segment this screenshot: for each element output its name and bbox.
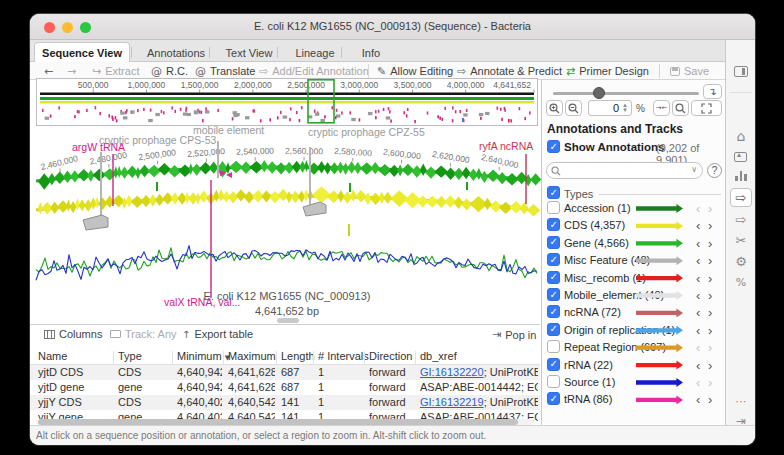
type-checkbox[interactable] bbox=[547, 358, 560, 371]
prev-annotation-arrow[interactable]: ‹ bbox=[696, 391, 700, 408]
type-checkbox[interactable] bbox=[547, 218, 560, 231]
next-annotation-arrow[interactable]: › bbox=[708, 374, 712, 391]
scissors-icon[interactable]: ✂ bbox=[726, 233, 755, 248]
annotation-label-ryfa-ncrna[interactable]: ryfA ncRNA bbox=[479, 140, 533, 152]
more-options-icon[interactable]: ⋯ bbox=[726, 395, 755, 408]
column-header-length[interactable]: Length bbox=[281, 350, 315, 362]
pop-in-icon: ⇥ bbox=[492, 328, 501, 341]
next-annotation-arrow[interactable]: › bbox=[708, 200, 712, 217]
prev-annotation-arrow[interactable]: ‹ bbox=[696, 235, 700, 252]
next-annotation-arrow[interactable]: › bbox=[708, 287, 712, 304]
table-row[interactable]: yjtD CDSCDS4,640,9424,641,6286871forward… bbox=[30, 365, 540, 380]
prev-annotation-arrow[interactable]: ‹ bbox=[696, 252, 700, 269]
type-checkbox[interactable] bbox=[547, 271, 560, 284]
type-label: rRNA (22) bbox=[564, 359, 613, 371]
percent-icon[interactable]: % bbox=[726, 276, 755, 289]
stepper-arrows[interactable]: ▲▼ bbox=[621, 103, 629, 114]
annotation-label-mobile-element[interactable]: mobile element bbox=[193, 124, 264, 136]
type-checkbox[interactable] bbox=[547, 323, 560, 336]
next-annotation-arrow[interactable]: › bbox=[708, 252, 712, 269]
wrap-arrow-icon: ↴ bbox=[708, 86, 716, 97]
status-hint-text: Alt click on a sequence position or anno… bbox=[36, 430, 486, 441]
db-xref-link[interactable]: GI:16132220 bbox=[420, 366, 484, 378]
prev-annotation-arrow[interactable]: ‹ bbox=[696, 200, 700, 217]
zoom-to-fit-button[interactable] bbox=[672, 100, 689, 116]
genome-overview[interactable]: 500,0001,000,0001,500,0002,000,0002,500,… bbox=[36, 78, 538, 126]
svg-text:2,580,000: 2,580,000 bbox=[334, 146, 373, 159]
wrap-view-button[interactable]: ↴ bbox=[703, 84, 722, 99]
next-annotation-arrow[interactable]: › bbox=[708, 322, 712, 339]
column-header-db_xref[interactable]: db_xref bbox=[420, 350, 457, 362]
db-xref-link[interactable]: GI:16132219 bbox=[420, 396, 484, 408]
chevron-down-icon[interactable]: ∨ bbox=[691, 165, 697, 174]
type-checkbox[interactable] bbox=[547, 392, 560, 405]
prev-annotation-arrow[interactable]: ‹ bbox=[696, 322, 700, 339]
type-checkbox[interactable] bbox=[547, 201, 560, 214]
splitter-drag-handle[interactable] bbox=[277, 318, 299, 323]
annotations-arrow-icon[interactable]: ⇨ bbox=[730, 188, 752, 207]
zoom-percent-input[interactable] bbox=[591, 101, 619, 115]
annotation-label-cpz55[interactable]: cryptic prophage CPZ-55 bbox=[308, 126, 425, 138]
columns-button[interactable]: Columns bbox=[44, 328, 102, 340]
magnifier-plus-icon bbox=[549, 103, 560, 114]
cell-db-xref: GI:16132220; UniProtKB/Sw bbox=[420, 366, 538, 378]
next-annotation-arrow[interactable]: › bbox=[708, 357, 712, 374]
next-annotation-arrow[interactable]: › bbox=[708, 304, 712, 321]
zoom-slider[interactable] bbox=[553, 92, 699, 95]
type-checkbox[interactable] bbox=[547, 253, 560, 266]
column-header-intervals[interactable]: # Intervals bbox=[318, 350, 369, 362]
prev-annotation-arrow[interactable]: ‹ bbox=[696, 304, 700, 321]
next-annotation-arrow[interactable]: › bbox=[708, 339, 712, 356]
prev-annotation-arrow[interactable]: ‹ bbox=[696, 357, 700, 374]
save-button[interactable]: Save bbox=[670, 62, 709, 80]
tab-sequence-view[interactable]: Sequence View bbox=[34, 42, 130, 63]
type-checkbox[interactable] bbox=[547, 236, 560, 249]
prev-annotation-arrow[interactable]: ‹ bbox=[696, 287, 700, 304]
column-header-maximum[interactable]: Maximum bbox=[228, 350, 276, 362]
tab-text-view[interactable]: Text View bbox=[218, 43, 280, 62]
export-table-button[interactable]: ↑Export table bbox=[182, 328, 253, 340]
type-checkbox[interactable] bbox=[547, 288, 560, 301]
column-separator bbox=[113, 351, 114, 364]
prev-annotation-arrow[interactable]: ‹ bbox=[696, 339, 700, 356]
tab-annotations[interactable]: Annotations bbox=[140, 43, 212, 62]
table-row[interactable]: yjtD genegene4,640,9424,641,6286871forwa… bbox=[30, 380, 540, 395]
zoom-in-button[interactable] bbox=[546, 100, 563, 116]
next-annotation-arrow[interactable]: › bbox=[708, 217, 712, 234]
present-view-icon[interactable] bbox=[734, 152, 747, 162]
prev-annotation-arrow[interactable]: ‹ bbox=[696, 217, 700, 234]
prev-annotation-arrow[interactable]: ‹ bbox=[696, 374, 700, 391]
help-button[interactable]: ? bbox=[707, 163, 722, 178]
zoom-slider-handle[interactable] bbox=[593, 87, 605, 99]
sequence-detail-view[interactable]: 2,460,0002,480,0002,500,0002,520,0002,54… bbox=[36, 128, 538, 324]
tab-lineage[interactable]: Lineage bbox=[286, 43, 344, 62]
type-checkbox[interactable] bbox=[547, 305, 560, 318]
column-header-type[interactable]: Type bbox=[118, 350, 142, 362]
column-header-direction[interactable]: Direction bbox=[369, 350, 412, 362]
next-annotation-arrow[interactable]: › bbox=[708, 391, 712, 408]
annotate-strip-icon[interactable]: ⇨ bbox=[726, 212, 755, 227]
prev-annotation-arrow[interactable]: ‹ bbox=[696, 270, 700, 287]
next-annotation-arrow[interactable]: › bbox=[708, 270, 712, 287]
next-annotation-arrow[interactable]: › bbox=[708, 235, 712, 252]
gear-icon[interactable]: ⚙ bbox=[726, 254, 755, 269]
track-filter-button[interactable]: Track: Any bbox=[110, 328, 177, 340]
search-input[interactable] bbox=[565, 164, 683, 177]
type-checkbox[interactable] bbox=[547, 375, 560, 388]
types-checkbox[interactable] bbox=[547, 186, 560, 199]
zoom-to-selection-button[interactable]: →← bbox=[653, 100, 670, 116]
full-zoom-button[interactable] bbox=[691, 100, 722, 116]
panel-toggle-icon[interactable] bbox=[734, 66, 748, 77]
home-icon[interactable]: ⌂ bbox=[726, 128, 755, 144]
tab-info[interactable]: Info bbox=[350, 43, 392, 62]
pop-in-button[interactable]: ⇥Pop in bbox=[492, 328, 536, 341]
column-separator bbox=[415, 351, 416, 364]
column-header-name[interactable]: Name bbox=[38, 350, 67, 362]
zoom-out-button[interactable] bbox=[565, 100, 582, 116]
bar-chart-icon[interactable] bbox=[735, 170, 747, 181]
columns-icon bbox=[44, 330, 55, 339]
show-annotations-checkbox[interactable] bbox=[547, 140, 560, 153]
type-checkbox[interactable] bbox=[547, 340, 560, 353]
table-row[interactable]: yjjY CDSCDS4,640,4024,640,5421411forward… bbox=[30, 395, 540, 410]
primer-design-button[interactable]: ⇄Primer Design bbox=[566, 62, 649, 80]
